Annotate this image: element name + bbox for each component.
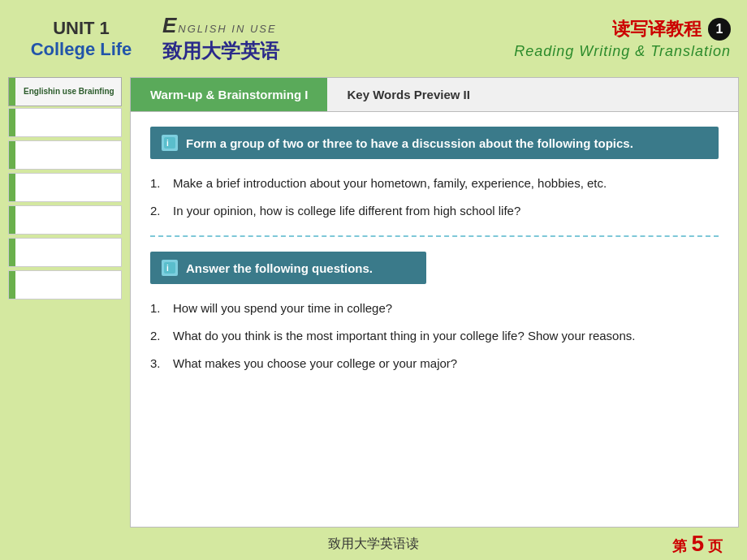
sidebar: Englishin use Brainfing — [0, 77, 130, 528]
section2-q2: 2. What do you think is the most importa… — [150, 326, 719, 346]
page-suffix: 页 — [708, 538, 723, 554]
sidebar-item-2[interactable] — [8, 140, 122, 170]
green-left-icon — [9, 109, 15, 136]
s2-q1-text: How will you spend your time in college? — [173, 299, 719, 318]
section2-instruction-box: i Answer the following questions. — [150, 252, 426, 284]
unit-title: UNIT 1 — [16, 18, 146, 39]
section-divider — [150, 235, 719, 237]
s2-q2-num: 2. — [150, 326, 173, 346]
page-label: 第 — [672, 538, 687, 554]
cap-e-icon: E — [162, 13, 176, 38]
tabs: Warm-up & Brainstorming I Key Words Prev… — [131, 78, 738, 112]
header: UNIT 1 College Life E NGLISH IN USE 致用大学… — [0, 0, 747, 77]
sidebar-item-6[interactable] — [8, 270, 122, 299]
s2-q1-num: 1. — [150, 299, 173, 318]
s2-q2-text: What do you think is the most important … — [173, 326, 719, 346]
header-right: 读写译教程 1 Reading Writing & Translation — [514, 17, 731, 60]
sidebar-item-1[interactable] — [8, 108, 122, 137]
section2-q1: 1. How will you spend your time in colle… — [150, 299, 719, 318]
sidebar-item-4[interactable] — [8, 205, 122, 235]
section1-instruction-box: i Form a group of two or three to have a… — [150, 127, 719, 159]
green-left-icon — [9, 141, 15, 169]
english-in-use-line: E NGLISH IN USE — [162, 13, 277, 38]
green-tab-icon — [9, 78, 15, 106]
section1-q1: 1. Make a brief introduction about your … — [150, 174, 719, 193]
circle-number: 1 — [708, 18, 731, 41]
sidebar-active-label: Englishin use Brainfing — [24, 87, 114, 97]
sidebar-item-3[interactable] — [8, 173, 122, 202]
instruction-icon-1: i — [162, 135, 178, 151]
reading-writing-text: Reading Writing & Translation — [514, 43, 731, 60]
footer: 致用大学英语读 第 5 页 — [0, 528, 747, 560]
chinese-subtitle-text: 读写译教程 — [612, 17, 702, 41]
section2-instruction-text: Answer the following questions. — [186, 261, 373, 275]
footer-page: 第 5 页 — [672, 531, 723, 557]
q2-text: In your opinion, how is college life dif… — [173, 201, 719, 221]
section2-questions: 1. How will you spend your time in colle… — [150, 299, 719, 373]
s2-q3-num: 3. — [150, 354, 173, 373]
chinese-subtitle: 读写译教程 1 — [612, 17, 731, 41]
tab-warmup[interactable]: Warm-up & Brainstorming I — [131, 78, 327, 111]
content-body: i Form a group of two or three to have a… — [131, 112, 738, 527]
page-number: 5 — [691, 531, 704, 556]
header-center: E NGLISH IN USE 致用大学英语 — [146, 13, 514, 64]
section1-questions: 1. Make a brief introduction about your … — [150, 174, 719, 221]
svg-text:i: i — [166, 139, 169, 148]
s2-q3-text: What makes you choose your college or yo… — [173, 354, 719, 373]
green-left-icon — [9, 174, 15, 201]
q2-num: 2. — [150, 201, 173, 221]
q1-num: 1. — [150, 174, 173, 193]
section1-q2: 2. In your opinion, how is college life … — [150, 201, 719, 221]
sidebar-active-item[interactable]: Englishin use Brainfing — [8, 77, 122, 106]
chinese-brand-text: 致用大学英语 — [162, 38, 279, 64]
english-rest-text: NGLISH IN USE — [178, 23, 276, 35]
tab-keywords[interactable]: Key Words Preview II — [327, 78, 489, 111]
main-area: Englishin use Brainfing Warm-up & Brains… — [0, 77, 747, 528]
sidebar-item-5[interactable] — [8, 238, 122, 267]
green-left-icon — [9, 271, 15, 299]
header-left: UNIT 1 College Life — [16, 18, 146, 60]
chinese-title-row: 致用大学英语 — [162, 38, 279, 64]
footer-center-text: 致用大学英语读 — [328, 536, 419, 553]
college-life-title: College Life — [16, 39, 146, 60]
content-panel: Warm-up & Brainstorming I Key Words Prev… — [130, 77, 739, 528]
green-left-icon — [9, 206, 15, 234]
q1-text: Make a brief introduction about your hom… — [173, 174, 719, 193]
green-left-icon — [9, 239, 15, 266]
svg-text:i: i — [166, 264, 169, 273]
instruction-icon-2: i — [162, 260, 178, 276]
section2-q3: 3. What makes you choose your college or… — [150, 354, 719, 373]
section1-instruction-text: Form a group of two or three to have a d… — [186, 136, 633, 150]
